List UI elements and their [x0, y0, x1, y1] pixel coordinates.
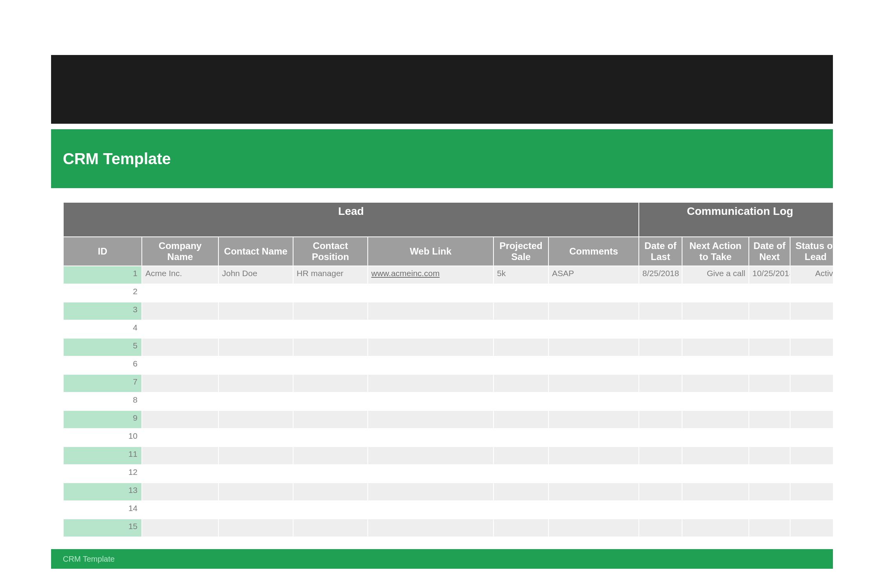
col-projected-sale[interactable]: Projected Sale	[493, 237, 548, 266]
table-row[interactable]: 6	[63, 356, 833, 374]
title-band: CRM Template	[51, 129, 833, 188]
table-row[interactable]: 12	[63, 465, 833, 483]
cell-id[interactable]: 1	[63, 266, 142, 284]
page-title: CRM Template	[63, 150, 171, 168]
section-lead: Lead	[63, 202, 639, 237]
col-next-action[interactable]: Next Action to Take	[682, 237, 749, 266]
cell-id[interactable]: 14	[63, 501, 142, 519]
crm-table: Lead Communication Log ID Company Name C…	[63, 202, 833, 537]
cell-company[interactable]: Acme Inc.	[142, 266, 218, 284]
cell-id[interactable]: 12	[63, 465, 142, 483]
table-row[interactable]: 3	[63, 302, 833, 320]
table-row[interactable]: 4	[63, 320, 833, 338]
col-company[interactable]: Company Name	[142, 237, 218, 266]
table-row[interactable]: 11	[63, 447, 833, 465]
cell-status[interactable]: Active	[790, 266, 833, 284]
col-status[interactable]: Status of Lead	[790, 237, 833, 266]
cell-id[interactable]: 2	[63, 284, 142, 302]
table-row[interactable]: 2	[63, 284, 833, 302]
cell-id[interactable]: 7	[63, 374, 142, 392]
section-commlog: Communication Log	[639, 202, 833, 237]
table-row[interactable]: 8	[63, 392, 833, 410]
cell-contact-position[interactable]: HR manager	[293, 266, 368, 284]
cell-id[interactable]: 3	[63, 302, 142, 320]
col-id[interactable]: ID	[63, 237, 142, 266]
cell-id[interactable]: 4	[63, 320, 142, 338]
web-link[interactable]: www.acmeinc.com	[371, 269, 440, 278]
cell-id[interactable]: 8	[63, 392, 142, 410]
col-date-last[interactable]: Date of Last	[639, 237, 682, 266]
cell-date-last[interactable]: 8/25/2018	[639, 266, 682, 284]
footer-text: CRM Template	[63, 555, 115, 564]
cell-id[interactable]: 9	[63, 410, 142, 429]
cell-id[interactable]: 6	[63, 356, 142, 374]
col-web-link[interactable]: Web Link	[368, 237, 493, 266]
header-black-band	[51, 55, 833, 124]
table-row[interactable]: 9	[63, 410, 833, 429]
table-row[interactable]: 15	[63, 519, 833, 537]
cell-id[interactable]: 10	[63, 429, 142, 447]
table-row[interactable]: 7	[63, 374, 833, 392]
table-row[interactable]: 14	[63, 501, 833, 519]
cell-comments[interactable]: ASAP	[548, 266, 639, 284]
header-gap	[51, 124, 833, 129]
cell-id[interactable]: 15	[63, 519, 142, 537]
cell-id[interactable]: 5	[63, 338, 142, 356]
cell-id[interactable]: 11	[63, 447, 142, 465]
table-row[interactable]: 5	[63, 338, 833, 356]
footer-band: CRM Template	[51, 549, 833, 569]
cell-id[interactable]: 13	[63, 483, 142, 501]
cell-contact-name[interactable]: John Doe	[218, 266, 293, 284]
crm-table-wrap: Lead Communication Log ID Company Name C…	[63, 202, 833, 537]
table-row[interactable]: 13	[63, 483, 833, 501]
table-row[interactable]: 1 Acme Inc. John Doe HR manager www.acme…	[63, 266, 833, 284]
col-contact-position[interactable]: Contact Position	[293, 237, 368, 266]
cell-next-action[interactable]: Give a call	[682, 266, 749, 284]
col-comments[interactable]: Comments	[548, 237, 639, 266]
table-row[interactable]: 10	[63, 429, 833, 447]
cell-date-next[interactable]: 10/25/2018	[749, 266, 790, 284]
col-date-next[interactable]: Date of Next	[749, 237, 790, 266]
cell-projected-sale[interactable]: 5k	[493, 266, 548, 284]
col-contact-name[interactable]: Contact Name	[218, 237, 293, 266]
cell-web-link[interactable]: www.acmeinc.com	[368, 266, 493, 284]
